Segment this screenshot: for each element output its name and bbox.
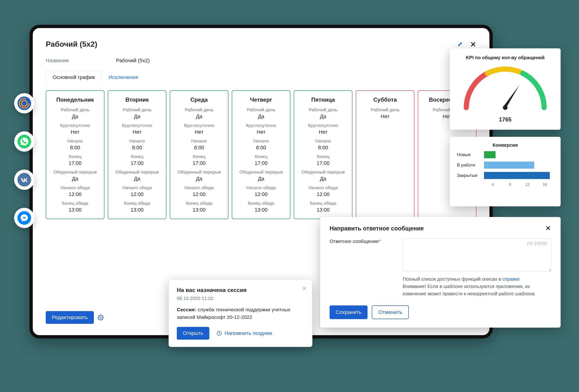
lunch-start-value: 12:00 bbox=[111, 191, 164, 197]
svg-point-0 bbox=[100, 317, 102, 318]
lunch-label: Обеденный перерыв bbox=[296, 169, 350, 175]
schedule-name-label: Название bbox=[46, 58, 69, 64]
allday-value: Нет bbox=[296, 129, 350, 135]
day-name: Среда bbox=[173, 96, 226, 103]
workday-value: Да bbox=[235, 113, 288, 120]
lunch-start-label: Начало обеда bbox=[235, 185, 288, 190]
start-label: Начало bbox=[49, 139, 102, 144]
day-name: Пятница bbox=[296, 96, 350, 103]
day-card-0[interactable]: ПонедельникРабочий деньДаКруглосуточноНе… bbox=[46, 90, 104, 219]
messenger-icon[interactable] bbox=[14, 208, 34, 228]
workday-label: Рабочий день bbox=[235, 107, 288, 112]
lunch-end-value: 13:00 bbox=[296, 207, 350, 213]
gauge-card: KPI по общему кол-ву обращений 1765 bbox=[450, 48, 561, 130]
reply-help: Полный список доступных функций описан в… bbox=[403, 275, 551, 297]
bar-label: Закрытые bbox=[457, 173, 484, 178]
expand-icon[interactable] bbox=[457, 41, 463, 48]
day-name: Четверг bbox=[235, 96, 288, 103]
lunch-start-value: 12:00 bbox=[173, 191, 226, 197]
start-value: 8:00 bbox=[111, 145, 164, 151]
workday-value: Нет bbox=[359, 113, 412, 120]
tab-exceptions[interactable]: Исключения bbox=[102, 71, 145, 84]
day-card-4[interactable]: ПятницаРабочий деньДаКруглосуточноНетНач… bbox=[294, 90, 353, 219]
workday-label: Рабочий день bbox=[49, 107, 102, 112]
day-card-5[interactable]: СубботаРабочий деньНет bbox=[356, 90, 415, 219]
end-label: Конец bbox=[49, 154, 102, 159]
conversion-title: Конверсия bbox=[457, 143, 554, 148]
lunch-value: Да bbox=[296, 176, 350, 182]
end-label: Конец bbox=[235, 154, 288, 159]
close-icon[interactable] bbox=[470, 41, 476, 48]
workday-label: Рабочий день bbox=[111, 107, 164, 112]
start-label: Начало bbox=[111, 139, 164, 144]
lunch-start-label: Начало обеда bbox=[49, 185, 102, 190]
lunch-end-label: Конец обеда bbox=[235, 201, 288, 206]
day-card-2[interactable]: СредаРабочий деньДаКруглосуточноНетНачал… bbox=[170, 90, 228, 219]
social-column bbox=[14, 93, 34, 228]
reply-dialog: Направить ответное сообщение Ответное со… bbox=[320, 217, 561, 328]
lunch-start-label: Начало обеда bbox=[173, 185, 226, 190]
gauge-value: 1765 bbox=[456, 116, 554, 123]
bar-track bbox=[484, 151, 554, 158]
day-name: Вторник bbox=[111, 96, 164, 103]
toast-remind-link[interactable]: Напомнить позднее bbox=[217, 330, 272, 336]
insert-func-icon[interactable]: {+}ƒ(x) bbox=[534, 241, 547, 246]
lunch-start-label: Начало обеда bbox=[296, 185, 350, 190]
reply-actions: Сохранить Отменить bbox=[330, 306, 551, 319]
reply-cancel-button[interactable]: Отменить bbox=[372, 306, 409, 319]
toast-time: 08.10.2020 11:02 bbox=[177, 296, 304, 301]
conversion-card: Конверсия НовыеВ работеЗакрытые 4 8 12 1… bbox=[450, 137, 561, 206]
toast-open-button[interactable]: Открыть bbox=[177, 327, 209, 340]
start-label: Начало bbox=[235, 139, 288, 144]
vk-icon[interactable] bbox=[14, 169, 34, 190]
axis-tick: 16 bbox=[536, 182, 554, 187]
day-card-3[interactable]: ЧетвергРабочий деньДаКруглосуточноНетНач… bbox=[232, 90, 290, 219]
insert-var-icon[interactable]: {+} bbox=[527, 241, 533, 246]
reply-close-icon[interactable] bbox=[545, 225, 551, 232]
lunch-end-value: 13:00 bbox=[235, 207, 288, 213]
gear-icon[interactable] bbox=[98, 314, 104, 320]
reply-save-button[interactable]: Сохранить bbox=[330, 306, 367, 319]
allday-label: Круглосуточно bbox=[173, 123, 226, 128]
session-toast: ✕ На вас назначена сессия 08.10.2020 11:… bbox=[169, 280, 312, 347]
end-value: 17:00 bbox=[111, 160, 164, 166]
schedule-name-row: Название Рабочий (5х2) bbox=[46, 58, 476, 64]
toast-close-icon[interactable]: ✕ bbox=[302, 285, 307, 292]
schedule-name-value: Рабочий (5х2) bbox=[116, 58, 150, 64]
workday-label: Рабочий день bbox=[296, 107, 350, 112]
bar-track bbox=[484, 161, 554, 169]
lunch-end-label: Конец обеда bbox=[173, 201, 226, 206]
day-card-1[interactable]: ВторникРабочий деньДаКруглосуточноНетНач… bbox=[108, 90, 166, 219]
reply-row: Ответное сообщение* {+} {+}ƒ(x) Полный с… bbox=[330, 238, 551, 297]
allday-label: Круглосуточно bbox=[49, 123, 102, 128]
lunch-end-label: Конец обеда bbox=[111, 201, 164, 206]
lunch-value: Да bbox=[173, 176, 226, 182]
schedule-header: Рабочий (5х2) bbox=[46, 40, 476, 49]
allday-label: Круглосуточно bbox=[111, 123, 164, 128]
lunch-value: Да bbox=[49, 176, 102, 182]
lunch-label: Обеденный перерыв bbox=[49, 169, 102, 175]
workday-label: Рабочий день bbox=[359, 107, 412, 112]
lunch-end-value: 13:00 bbox=[49, 207, 102, 213]
end-value: 17:00 bbox=[173, 160, 226, 166]
lunch-value: Да bbox=[235, 176, 288, 182]
reply-help-text-2: Внимание! Если в шаблоне используются пр… bbox=[403, 284, 535, 296]
schedule-footer: Редактировать bbox=[46, 311, 104, 324]
workday-value: Да bbox=[296, 113, 350, 120]
start-value: 8:00 bbox=[49, 145, 102, 151]
toast-title: На вас назначена сессия bbox=[177, 287, 304, 293]
lunch-label: Обеденный перерыв bbox=[111, 169, 164, 175]
mailru-icon[interactable] bbox=[14, 93, 34, 113]
lunch-end-label: Конец обеда bbox=[49, 201, 102, 206]
bar-track bbox=[484, 172, 554, 179]
lunch-end-label: Конец обеда bbox=[296, 201, 350, 206]
whatsapp-icon[interactable] bbox=[14, 131, 34, 152]
bar-label: В работе bbox=[457, 162, 484, 168]
schedule-header-actions bbox=[457, 41, 476, 48]
lunch-label: Обеденный перерыв bbox=[235, 169, 288, 175]
allday-value: Нет bbox=[111, 129, 164, 135]
edit-button[interactable]: Редактировать bbox=[46, 311, 94, 324]
tab-main-schedule[interactable]: Основной график bbox=[46, 71, 102, 84]
schedule-tabs: Основной график Исключения bbox=[46, 71, 476, 84]
reply-help-link[interactable]: справке bbox=[502, 276, 520, 282]
